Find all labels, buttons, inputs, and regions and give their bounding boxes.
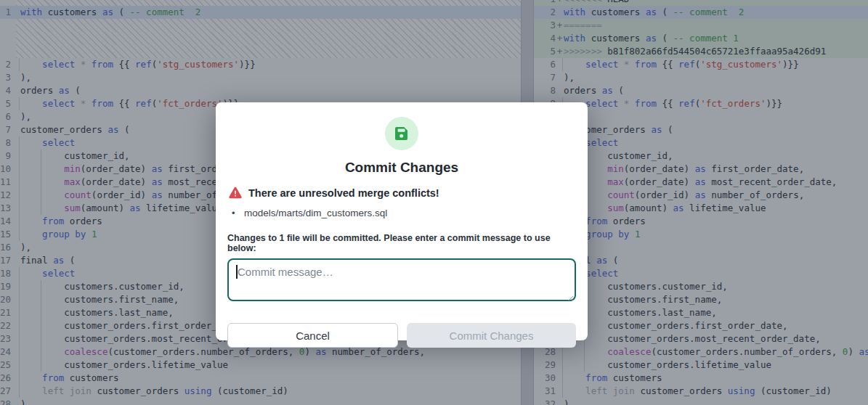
commit-changes-button[interactable]: Commit Changes — [407, 323, 576, 348]
merge-conflict-warning: There are unresolved merge conflicts! — [227, 187, 576, 199]
conflict-file-path: models/marts/dim_customers.sql — [244, 208, 387, 218]
warning-icon — [229, 187, 242, 199]
commit-instruction: Changes to 1 file will be committed. Ple… — [227, 233, 576, 253]
text-cursor — [236, 265, 238, 279]
modal-title: Commit Changes — [227, 160, 576, 176]
conflict-file-item: • models/marts/dim_customers.sql — [227, 208, 576, 218]
commit-message-input[interactable] — [227, 258, 576, 301]
commit-changes-modal: Commit Changes There are unresolved merg… — [216, 102, 588, 340]
cancel-button[interactable]: Cancel — [227, 323, 398, 348]
bullet-icon: • — [232, 208, 244, 218]
warning-text: There are unresolved merge conflicts! — [248, 187, 439, 199]
save-icon — [385, 117, 418, 150]
